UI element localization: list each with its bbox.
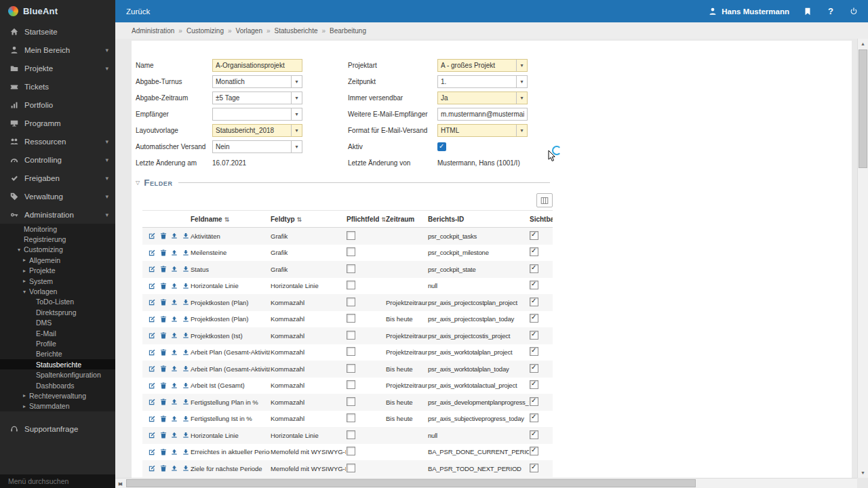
sichtbar-checkbox[interactable] — [530, 247, 538, 256]
move-up-icon[interactable] — [170, 232, 178, 240]
scroll-up-icon[interactable]: ▲ — [858, 39, 868, 49]
projektart-select[interactable]: A - großes Projekt▾ — [437, 59, 528, 72]
delete-icon[interactable] — [159, 382, 167, 390]
help-icon[interactable]: ? — [826, 6, 835, 16]
menu-search-input[interactable] — [7, 476, 104, 486]
edit-icon[interactable] — [148, 249, 156, 257]
delete-icon[interactable] — [159, 448, 167, 456]
sidebar-item[interactable]: Dashboards — [0, 380, 115, 390]
sidebar-item[interactable]: ToDo-Listen — [0, 297, 115, 307]
sidebar-item[interactable]: E-Mail — [0, 328, 115, 338]
move-down-icon[interactable] — [182, 315, 190, 323]
back-button[interactable]: Zurück — [115, 0, 161, 22]
sidebar-item[interactable]: Supportanfrage — [0, 420, 115, 438]
horizontal-scrollbar[interactable]: ◀ ▶ — [115, 478, 857, 488]
delete-icon[interactable] — [159, 249, 167, 257]
edit-icon[interactable] — [148, 282, 156, 290]
pflichtfeld-checkbox[interactable] — [347, 331, 355, 340]
sidebar-item[interactable]: Spaltenkonfiguration — [0, 369, 115, 380]
sichtbar-checkbox[interactable] — [530, 264, 538, 273]
sidebar-item[interactable]: Direktsprung — [0, 307, 115, 317]
breadcrumb-item[interactable]: Statusberichte — [275, 27, 318, 35]
sidebar-item[interactable]: ▸ System — [0, 276, 115, 286]
delete-icon[interactable] — [159, 331, 167, 340]
sidebar-item[interactable]: Startseite — [0, 22, 115, 41]
move-down-icon[interactable] — [182, 282, 190, 290]
scroll-right-icon[interactable]: ▶ — [115, 479, 125, 488]
move-down-icon[interactable] — [182, 249, 190, 257]
sichtbar-checkbox[interactable] — [530, 281, 538, 289]
sichtbar-checkbox[interactable] — [530, 314, 538, 323]
breadcrumb-item[interactable]: Customizing — [186, 27, 224, 35]
move-up-icon[interactable] — [170, 282, 178, 290]
delete-icon[interactable] — [159, 431, 167, 439]
edit-icon[interactable] — [148, 464, 156, 472]
scroll-down-icon[interactable]: ▼ — [858, 468, 868, 478]
sichtbar-checkbox[interactable] — [530, 298, 538, 306]
pflichtfeld-checkbox[interactable] — [347, 364, 355, 373]
sidebar-item[interactable]: Ressourcen ▾ — [0, 132, 115, 150]
horizontal-scrollbar-thumb[interactable] — [126, 479, 696, 487]
edit-icon[interactable] — [148, 398, 156, 406]
pflichtfeld-checkbox[interactable] — [347, 464, 355, 472]
abgabe-zeitraum-select[interactable]: ±5 Tage▾ — [212, 92, 302, 104]
pflichtfeld-checkbox[interactable] — [347, 380, 355, 389]
aktiv-checkbox[interactable] — [437, 142, 446, 151]
sidebar-item[interactable]: Statusberichte — [0, 359, 115, 369]
breadcrumb-item[interactable]: Administration — [132, 27, 174, 35]
delete-icon[interactable] — [159, 265, 167, 273]
edit-icon[interactable] — [148, 232, 156, 240]
move-up-icon[interactable] — [170, 464, 178, 472]
move-down-icon[interactable] — [182, 431, 190, 439]
delete-icon[interactable] — [159, 298, 167, 306]
move-up-icon[interactable] — [170, 315, 178, 323]
move-down-icon[interactable] — [182, 415, 190, 423]
move-up-icon[interactable] — [170, 249, 178, 257]
edit-icon[interactable] — [148, 415, 156, 423]
pflichtfeld-checkbox[interactable] — [347, 231, 355, 240]
move-up-icon[interactable] — [170, 382, 178, 390]
edit-icon[interactable] — [148, 382, 156, 390]
move-down-icon[interactable] — [182, 298, 190, 306]
bookmark-icon[interactable] — [803, 7, 812, 16]
delete-icon[interactable] — [159, 315, 167, 323]
sichtbar-checkbox[interactable] — [530, 397, 538, 406]
felder-section-header[interactable]: ▽ Felder — [136, 178, 550, 188]
sichtbar-checkbox[interactable] — [530, 413, 538, 422]
move-up-icon[interactable] — [170, 415, 178, 423]
sidebar-item[interactable]: Verwaltung ▾ — [0, 187, 115, 205]
pflichtfeld-checkbox[interactable] — [347, 397, 355, 406]
edit-icon[interactable] — [148, 431, 156, 439]
sichtbar-checkbox[interactable] — [530, 447, 538, 455]
sidebar-item[interactable]: Tickets — [0, 77, 115, 96]
feldtyp-header[interactable]: Feldtyp⇅ — [270, 211, 346, 228]
sidebar-item[interactable]: Controlling ▾ — [0, 150, 115, 169]
sidebar-item[interactable]: Berichte — [0, 349, 115, 359]
logo[interactable]: BlueAnt — [0, 0, 115, 22]
pflichtfeld-header[interactable]: Pflichtfeld⇅ — [346, 211, 385, 228]
sichtbar-checkbox[interactable] — [530, 464, 538, 472]
pflichtfeld-checkbox[interactable] — [347, 314, 355, 323]
breadcrumb-item[interactable]: Vorlagen — [236, 27, 262, 35]
delete-icon[interactable] — [159, 282, 167, 290]
sidebar-item[interactable]: ▸ Stammdaten — [0, 401, 115, 411]
name-input[interactable] — [212, 59, 302, 72]
move-up-icon[interactable] — [170, 331, 178, 340]
vertical-scrollbar[interactable]: ▲ ▼ — [857, 39, 868, 478]
vertical-scrollbar-thumb[interactable] — [859, 49, 867, 168]
sidebar-item[interactable]: Portfolio — [0, 96, 115, 114]
move-up-icon[interactable] — [170, 398, 178, 406]
pflichtfeld-checkbox[interactable] — [347, 413, 355, 422]
sidebar-item[interactable]: ▸ Projekte — [0, 266, 115, 276]
move-down-icon[interactable] — [182, 382, 190, 390]
empfaenger-select[interactable]: ▾ — [212, 108, 302, 121]
sidebar-item[interactable]: Monitoring — [0, 224, 115, 234]
sidebar-item[interactable]: ▸ Allgemein — [0, 255, 115, 265]
delete-icon[interactable] — [159, 415, 167, 423]
move-up-icon[interactable] — [170, 431, 178, 439]
delete-icon[interactable] — [159, 232, 167, 240]
zeitpunkt-select[interactable]: 1.▾ — [437, 75, 528, 88]
move-down-icon[interactable] — [182, 232, 190, 240]
move-up-icon[interactable] — [170, 448, 178, 456]
move-down-icon[interactable] — [182, 348, 190, 357]
